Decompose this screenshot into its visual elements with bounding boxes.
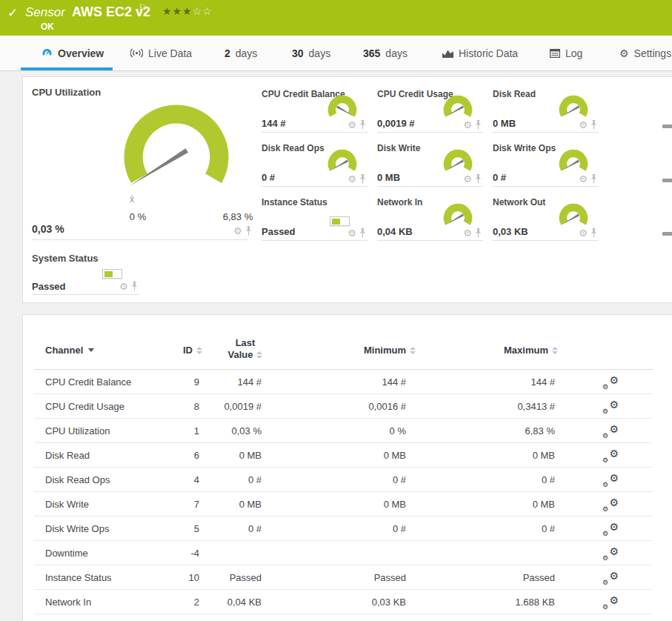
row-channel-name: Disk Write Ops (45, 523, 109, 534)
pin-icon[interactable] (475, 174, 482, 184)
row-channel-name: CPU Credit Usage (45, 401, 124, 412)
cropped-column-stub (662, 179, 672, 182)
primary-gauge-title: CPU Utilization (32, 87, 101, 98)
pin-icon[interactable] (359, 228, 366, 238)
status-ok-check-icon: ✓ (7, 5, 18, 21)
row-channel-name: Downtime (45, 548, 88, 559)
cropped-column-stub (662, 124, 672, 128)
gauge-cell-title: Disk Read (493, 89, 536, 99)
tab-365-days[interactable]: 365 days (363, 36, 407, 70)
table-row: CPU Credit Usage 8 0,0019 # 0,0016 # 0,3… (23, 394, 672, 419)
channel-settings-gear-icon[interactable]: ⚙ (463, 228, 472, 238)
table-row: Disk Write 7 0 MB 0 MB 0 MB ⚙⚙ (23, 492, 672, 517)
channel-settings-gear-icon[interactable]: ⚙ (579, 120, 588, 130)
row-settings-gears-icon[interactable]: ⚙⚙ (602, 523, 619, 537)
row-maximum: 6,83 % (451, 425, 555, 436)
sort-icon (196, 347, 202, 354)
sort-icon (410, 347, 416, 354)
pin-icon[interactable] (591, 120, 597, 130)
channel-settings-gear-icon[interactable]: ⚙ (579, 174, 588, 184)
row-minimum: 0,0016 # (302, 401, 406, 412)
row-settings-gears-icon[interactable]: ⚙⚙ (602, 597, 619, 610)
row-minimum: 0 MB (302, 499, 406, 510)
row-channel-name: Instance Status (45, 572, 112, 583)
row-last-value: Passed (180, 572, 262, 583)
channel-settings-gear-icon[interactable]: ⚙ (347, 174, 356, 184)
log-list-icon (550, 49, 560, 58)
gauge-cell-value: Passed (262, 226, 296, 237)
tab-overview[interactable]: Overview (41, 36, 104, 70)
divider (32, 239, 247, 240)
tab-live-data[interactable]: Live Data (130, 36, 192, 70)
tab-historic-data[interactable]: Historic Data (442, 36, 518, 70)
row-minimum: 0,03 KB (302, 597, 406, 608)
row-channel-name: CPU Utilization (45, 425, 110, 436)
priority-flag-icon[interactable]: ⚐ (139, 2, 147, 13)
pin-icon[interactable] (359, 120, 366, 130)
row-channel-name: Disk Read Ops (45, 474, 110, 485)
channel-settings-gear-icon[interactable]: ⚙ (233, 226, 242, 236)
tab-30-days[interactable]: 30 days (292, 36, 330, 70)
pin-icon[interactable] (475, 228, 482, 238)
gauge-cell-actions: ⚙ (463, 120, 482, 130)
channel-settings-gear-icon[interactable]: ⚙ (347, 228, 356, 238)
row-settings-gears-icon[interactable]: ⚙⚙ (602, 572, 619, 585)
gauge-cell-value: 0 MB (377, 172, 400, 183)
gauge-min-label: 0 % (119, 211, 156, 222)
row-settings-gears-icon[interactable]: ⚙⚙ (602, 450, 619, 463)
channel-settings-gear-icon[interactable]: ⚙ (463, 120, 472, 130)
row-channel-name: Network In (45, 597, 91, 608)
table-row: Instance Status 10 Passed Passed Passed … (23, 565, 672, 590)
gauge-cell-title: Disk Read Ops (262, 143, 325, 153)
channel-settings-gear-icon[interactable]: ⚙ (463, 174, 472, 184)
overview-gauges-panel: CPU Utilization x̄ 0 % 6,83 % 0,03 % ⚙ S… (22, 76, 672, 303)
sort-desc-icon (88, 348, 94, 352)
gauge-cell-title: Network In (377, 197, 422, 207)
tab-live-data-label: Live Data (148, 47, 192, 59)
row-minimum: 0 % (302, 425, 406, 436)
pin-icon[interactable] (245, 226, 252, 236)
channel-settings-gear-icon[interactable]: ⚙ (119, 282, 128, 291)
stars-empty[interactable]: ☆☆ (193, 5, 213, 17)
gauge-cell-actions: ⚙ (463, 174, 482, 184)
pin-icon[interactable] (475, 120, 482, 130)
row-maximum: 0 MB (451, 450, 555, 461)
pin-icon[interactable] (131, 282, 138, 291)
gauge-cell: CPU Credit Usage 0,0019 # ⚙ (377, 89, 483, 133)
row-settings-gears-icon[interactable]: ⚙⚙ (602, 401, 619, 414)
tab-log[interactable]: Log (550, 36, 582, 70)
channel-settings-gear-icon[interactable]: ⚙ (347, 120, 356, 130)
channel-settings-gear-icon[interactable]: ⚙ (579, 228, 588, 238)
row-minimum: 144 # (302, 376, 406, 388)
sensor-status-text: OK (41, 21, 54, 32)
column-header-minimum-label: Minimum (364, 345, 406, 356)
pin-icon[interactable] (359, 174, 366, 184)
system-status-actions: ⚙ (119, 282, 138, 291)
row-settings-gears-icon[interactable]: ⚙⚙ (602, 474, 619, 488)
gauge-cell-value: 0 # (493, 172, 506, 183)
stars-filled[interactable]: ★★★ (162, 5, 193, 17)
column-header-id[interactable]: ID (136, 345, 202, 356)
pin-icon[interactable] (591, 174, 597, 184)
tab-2-days[interactable]: 2 days (224, 36, 257, 70)
gauge-cell-title: Network Out (493, 197, 545, 207)
row-maximum: 1.688 KB (451, 597, 555, 608)
column-header-maximum[interactable]: Maximum (476, 345, 558, 356)
row-settings-gears-icon[interactable]: ⚙⚙ (602, 499, 619, 512)
row-settings-gears-icon[interactable]: ⚙⚙ (602, 376, 619, 390)
row-minimum: 0 # (302, 474, 406, 485)
gauge-cell: Disk Write 0 MB ⚙ (377, 143, 483, 187)
column-header-channel[interactable]: Channel (45, 345, 94, 356)
tab-settings[interactable]: ⚙ Settings (619, 36, 671, 70)
column-header-last-value[interactable]: Last Value (216, 337, 275, 361)
pin-icon[interactable] (591, 228, 597, 238)
row-settings-gears-icon[interactable]: ⚙⚙ (602, 425, 619, 439)
row-id: -4 (125, 548, 199, 559)
column-header-minimum[interactable]: Minimum (334, 345, 416, 356)
priority-stars[interactable]: ★★★☆☆ (162, 5, 213, 17)
column-header-last-label: Last (236, 337, 256, 348)
gauge-max-label: 6,83 % (208, 211, 267, 222)
primary-gauge-actions: ⚙ (233, 226, 252, 236)
gauge-cell: Network In 0,04 KB ⚙ (377, 197, 483, 241)
row-settings-gears-icon[interactable]: ⚙⚙ (602, 548, 619, 561)
